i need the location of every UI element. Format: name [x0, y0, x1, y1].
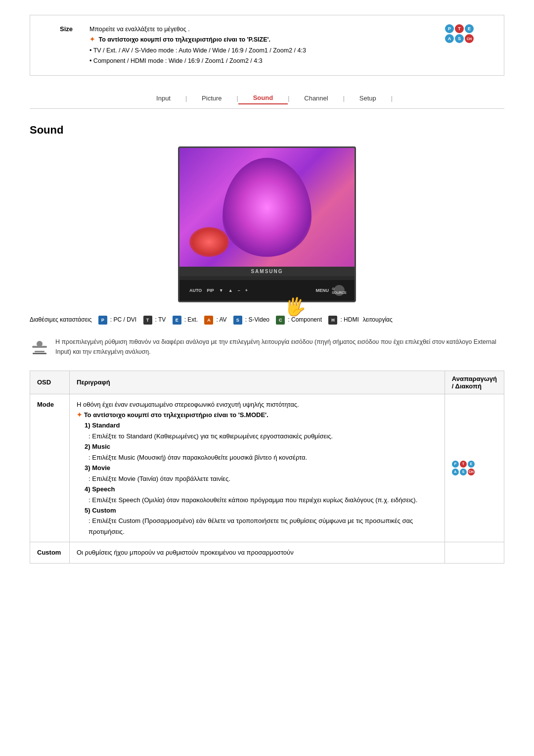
mode-badge-p: P [98, 316, 107, 325]
svg-rect-1 [37, 341, 43, 347]
col-description: Περιγραφή [70, 371, 445, 394]
mode-badge-c: C [276, 316, 285, 325]
mode-badge-h: H [328, 316, 337, 325]
hand-cursor-icon: 🖐 [283, 294, 309, 319]
modes-legend-label: Διαθέσιμες καταστάσεις [30, 315, 92, 326]
table-row: Mode Η οθόνη έχει έναν ενσωματωμένο στερ… [30, 394, 504, 542]
pteas-ch: CH [465, 34, 474, 43]
mode-music-label: 2) Music [85, 441, 438, 452]
nav-sound[interactable]: Sound [238, 92, 288, 104]
tv-image-container: SAMSUNG AUTO PIP ▼ ▲ – + MENU ⊙SOURCE [30, 146, 504, 302]
mode-badge-s: S [233, 316, 242, 325]
mode-desc-line2: ✦ Το αντίστοιχο κουμπί στο τηλεχειριστήρ… [77, 410, 438, 420]
mode-desc-e: : Ext. [184, 315, 198, 326]
mode-desc-a: : AV [216, 315, 226, 326]
tv-btn-minus[interactable]: – [238, 288, 240, 293]
mode-music-desc: : Επιλέξτε Music (Μουσική) όταν παρακολο… [89, 452, 438, 463]
mode-desc-line1: Η οθόνη έχει έναν ενσωματωμένο στερεοφων… [77, 399, 438, 410]
nav-channel[interactable]: Channel [289, 93, 343, 104]
col-osd: OSD [30, 371, 70, 394]
tv-btn-down[interactable]: ▼ [219, 288, 223, 293]
mode-custom-desc: : Επιλέξτε Custom (Προσαρμοσμένο) εάν θέ… [89, 516, 438, 537]
modes-legend: Διαθέσιμες καταστάσεις P : PC / DVI T : … [30, 315, 504, 326]
tv-source-label: ⊙SOURCE [332, 287, 347, 294]
table-row: Custom Οι ρυθμίσεις ήχου μπορούν να ρυθμ… [30, 542, 504, 563]
custom-icon-cell [445, 542, 504, 563]
mode-standard-label: 1) Standard [85, 420, 438, 430]
pteas-small-e: E [468, 461, 475, 468]
size-content: Μπορείτε να εναλλάξετε το μέγεθος . ✦ Το… [89, 24, 435, 66]
content-table: OSD Περιγραφή Αναπαραγωγή / Διακοπή Mode… [30, 371, 504, 564]
tv-button-row: AUTO PIP ▼ ▲ – + MENU ⊙SOURCE [179, 280, 355, 301]
nav-sep-5: | [391, 95, 393, 102]
mode-speech-label: 4) Speech [85, 484, 438, 494]
svg-rect-2 [35, 351, 44, 352]
pteas-small-ch: CH [468, 469, 475, 475]
mode-icon-cell: P T E A S CH [445, 394, 504, 542]
info-icon [30, 337, 49, 357]
tv-btn-auto[interactable]: AUTO [189, 288, 202, 293]
nav-picture[interactable]: Picture [187, 93, 236, 104]
size-text4: • Component / HDMI mode : Wide / 16:9 / … [89, 56, 435, 66]
page-title: Sound [30, 124, 504, 137]
mode-desc-t: : TV [155, 315, 166, 326]
pteas-icon-table: P T E A S CH [452, 461, 497, 475]
tv-controls-bar [179, 276, 355, 280]
pteas-small-s: S [460, 469, 467, 475]
main-content: Sound SAMSUNG AUTO PIP ▼ ▲ – + [0, 109, 534, 578]
pteas-e: E [465, 24, 474, 33]
size-text2: ✦ Το αντίστοιχο κουμπί στο τηλεχειριστήρ… [89, 35, 435, 45]
tv-screen [179, 148, 355, 267]
mode-movie-label: 3) Movie [85, 463, 438, 473]
pteas-t: T [455, 24, 464, 33]
pteas-s: S [455, 34, 464, 43]
custom-desc-text: Οι ρυθμίσεις ήχου μπορούν να ρυθμιστούν … [77, 549, 294, 556]
mode-badge-a: A [204, 316, 213, 325]
info-text: Η προεπιλεγμένη ρύθμιση πιθανόν να διαφέ… [55, 337, 504, 357]
table-header-row: OSD Περιγραφή Αναπαραγωγή / Διακοπή [30, 371, 504, 394]
mode-movie-desc: : Επιλέξτε Movie (Ταινία) όταν προβάλλετ… [89, 473, 438, 484]
mode-standard-desc: : Επιλέξτε το Standard (Καθιερωμένες) γι… [89, 431, 438, 441]
tv-btn-source-circle[interactable]: ⊙SOURCE [334, 285, 345, 296]
pteas-a: A [445, 34, 454, 43]
size-text1: Μπορείτε να εναλλάξετε το μέγεθος . [89, 24, 435, 35]
tv-btn-menu[interactable]: MENU [316, 288, 329, 293]
size-label: Size [60, 24, 80, 33]
nav-input[interactable]: Input [141, 93, 185, 104]
mode-desc-p: : PC / DVI [110, 315, 136, 326]
arrow-orange-icon: ✦ [77, 411, 84, 419]
mode-badge-t: T [143, 316, 152, 325]
tv-btn-plus[interactable]: + [245, 288, 248, 293]
arrow-icon: ✦ [89, 36, 95, 43]
mode-custom-label: 5) Custom [85, 505, 438, 516]
size-section: Size Μπορείτε να εναλλάξετε το μέγεθος .… [30, 15, 504, 76]
svg-rect-3 [33, 353, 46, 354]
mode-desc-s: : S-Video [245, 315, 269, 326]
osd-custom: Custom [30, 542, 70, 563]
pteas-small-a: A [452, 469, 459, 475]
osd-mode: Mode [30, 394, 70, 542]
tv-brand: SAMSUNG [183, 269, 351, 274]
info-box: Η προεπιλεγμένη ρύθμιση πιθανόν να διαφέ… [30, 333, 504, 361]
size-text3: • TV / Ext. / AV / S-Video mode : Auto W… [89, 46, 435, 56]
modes-legend-label2: λειτουργίας [363, 315, 393, 326]
pteas-grid-top: P T E A S CH [445, 24, 474, 43]
tv-btn-up[interactable]: ▲ [228, 288, 233, 293]
nav-setup[interactable]: Setup [345, 93, 391, 104]
pteas-icon-top: P T E A S CH [445, 24, 474, 43]
mode-remote-text: Το αντίστοιχο κουμπί στο τηλεχειριστήριο… [84, 411, 268, 419]
mode-description: Η οθόνη έχει έναν ενσωματωμένο στερεοφων… [70, 394, 445, 542]
tv-frame: SAMSUNG AUTO PIP ▼ ▲ – + MENU ⊙SOURCE [178, 146, 356, 302]
pteas-small-p: P [452, 461, 459, 468]
mode-badge-e: E [173, 316, 181, 325]
custom-description: Οι ρυθμίσεις ήχου μπορούν να ρυθμιστούν … [70, 542, 445, 563]
pteas-small-t: T [460, 461, 467, 468]
nav-bar: Input | Picture | Sound | Channel | Setu… [59, 85, 475, 108]
pteas-p: P [445, 24, 454, 33]
tv-btn-pip[interactable]: PIP [207, 288, 214, 293]
mode-desc-h: : HDMI [340, 315, 358, 326]
col-playback: Αναπαραγωγή / Διακοπή [445, 371, 504, 394]
tv-bottom: SAMSUNG [179, 267, 355, 276]
mode-speech-desc: : Επιλέξτε Speech (Ομιλία) όταν παρακολο… [89, 495, 438, 505]
